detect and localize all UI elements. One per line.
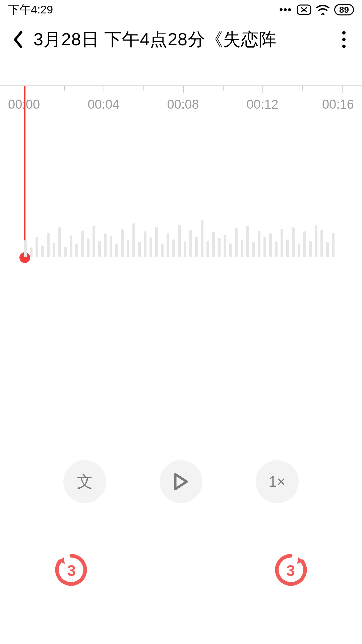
rewind-3s-button[interactable]: 3 bbox=[53, 551, 90, 588]
timeline-tick-label: 00:12 bbox=[246, 97, 278, 112]
timeline-tick bbox=[262, 86, 263, 93]
timeline-tick bbox=[104, 86, 104, 93]
waveform-bar bbox=[121, 229, 124, 257]
status-time: 下午4:29 bbox=[8, 2, 53, 17]
seek-controls: 3 3 bbox=[0, 551, 362, 588]
waveform-bar bbox=[110, 236, 112, 257]
forward-3s-button[interactable]: 3 bbox=[272, 551, 309, 588]
waveform-bar bbox=[320, 230, 323, 257]
waveform-bar bbox=[315, 225, 317, 257]
waveform-bar bbox=[127, 240, 129, 257]
play-icon bbox=[173, 473, 189, 490]
waveform-bar bbox=[75, 244, 78, 257]
forward-icon: 3 bbox=[273, 552, 308, 587]
more-indicator-icon: ••• bbox=[280, 4, 292, 15]
waveform-bar bbox=[206, 241, 209, 257]
waveform-bar bbox=[138, 242, 141, 257]
svg-point-4 bbox=[342, 38, 346, 41]
transcribe-icon: 文 bbox=[77, 471, 93, 492]
waveform-bar bbox=[212, 232, 215, 257]
waveform-bar bbox=[81, 231, 84, 257]
waveform-bar bbox=[298, 244, 300, 257]
app-bar: 3月28日 下午4点28分《失恋阵 bbox=[0, 19, 362, 60]
chevron-left-icon bbox=[12, 31, 24, 48]
waveform-bar bbox=[87, 238, 89, 257]
waveform-bar bbox=[326, 242, 329, 257]
forward-seconds-label: 3 bbox=[286, 562, 295, 579]
battery-indicator: 89 bbox=[334, 4, 354, 15]
waveform-bar bbox=[292, 227, 295, 257]
timeline-tick bbox=[342, 86, 343, 93]
rewind-icon: 3 bbox=[54, 552, 89, 587]
waveform-bar bbox=[58, 227, 61, 257]
waveform-bar bbox=[195, 237, 198, 257]
waveform-bar bbox=[144, 231, 146, 257]
status-bar: 下午4:29 ••• 89 bbox=[0, 0, 362, 19]
waveform-bar bbox=[132, 223, 135, 257]
waveform-bar bbox=[41, 246, 44, 257]
waveform-bar bbox=[235, 228, 238, 257]
waveform-bar bbox=[309, 241, 312, 257]
waveform-bar bbox=[303, 231, 306, 257]
no-sim-icon bbox=[297, 4, 311, 15]
waveform-bar bbox=[155, 227, 158, 257]
waveform-bar bbox=[64, 247, 67, 257]
playback-controls: 文 1× bbox=[0, 460, 362, 503]
waveform-bar bbox=[263, 237, 266, 257]
waveform-bar bbox=[246, 226, 249, 257]
timeline-minor-tick bbox=[223, 86, 224, 91]
waveform-bar bbox=[98, 241, 101, 257]
timeline-minor-tick bbox=[302, 86, 303, 91]
waveform-bar bbox=[229, 244, 232, 257]
waveform-bar bbox=[149, 237, 152, 257]
waveform-bar bbox=[275, 241, 278, 257]
waveform-bar bbox=[258, 231, 260, 257]
waveform-bar bbox=[30, 248, 33, 257]
waveform-bar bbox=[115, 244, 118, 257]
wifi-icon bbox=[316, 4, 329, 15]
playback-speed-button[interactable]: 1× bbox=[256, 460, 299, 503]
svg-point-5 bbox=[342, 45, 346, 48]
waveform-bar bbox=[178, 225, 181, 257]
waveform-bar bbox=[93, 226, 95, 257]
speed-label: 1× bbox=[269, 473, 286, 490]
waveform-bar bbox=[184, 241, 186, 257]
waveform-bar bbox=[24, 240, 27, 257]
waveform-bar bbox=[224, 235, 226, 257]
waveform-bar bbox=[172, 239, 175, 257]
page-title: 3月28日 下午4点28分《失恋阵 bbox=[34, 28, 328, 51]
waveform-bar bbox=[189, 230, 192, 257]
transcribe-button[interactable]: 文 bbox=[63, 460, 106, 503]
waveform-bar bbox=[286, 239, 289, 257]
timeline-tick-label: 00:04 bbox=[87, 97, 119, 112]
status-right: ••• 89 bbox=[280, 4, 354, 15]
rewind-seconds-label: 3 bbox=[67, 562, 76, 579]
timeline-minor-tick bbox=[143, 86, 144, 91]
play-button[interactable] bbox=[160, 460, 202, 503]
waveform-bar bbox=[53, 243, 55, 257]
more-vertical-icon bbox=[342, 31, 346, 48]
back-button[interactable] bbox=[8, 30, 28, 50]
waveform-bar bbox=[161, 244, 164, 257]
svg-point-3 bbox=[342, 31, 346, 35]
timeline-tick-label: 00:16 bbox=[322, 97, 354, 112]
timeline-tick bbox=[183, 86, 184, 93]
waveform-bar bbox=[36, 237, 38, 257]
waveform-bar bbox=[281, 229, 283, 257]
waveform-bar bbox=[167, 233, 169, 257]
waveform-bar bbox=[269, 233, 272, 257]
more-options-button[interactable] bbox=[334, 30, 354, 50]
waveform-bar bbox=[218, 238, 221, 257]
timeline-minor-tick bbox=[64, 86, 65, 91]
waveform-timeline[interactable]: 00:0000:0400:0800:1200:16 bbox=[0, 85, 362, 300]
waveform-bar bbox=[70, 235, 72, 257]
waveform-bar bbox=[332, 233, 335, 257]
waveform-bar bbox=[201, 220, 203, 257]
waveform-bar bbox=[241, 240, 243, 257]
waveform-bar bbox=[252, 242, 255, 257]
timeline-tick-label: 00:08 bbox=[167, 97, 199, 112]
waveform-bar bbox=[104, 233, 107, 257]
waveform-bars bbox=[24, 190, 342, 257]
waveform-bar bbox=[47, 233, 50, 257]
